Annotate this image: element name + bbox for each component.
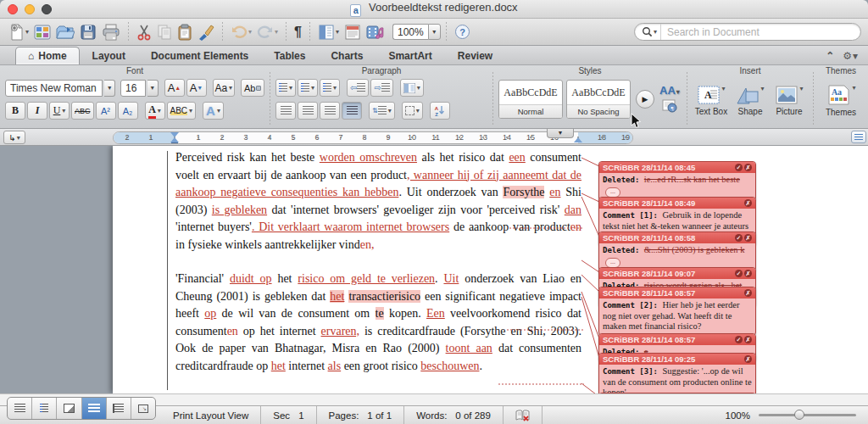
line-spacing-button[interactable]: ⇅▾ (369, 102, 395, 120)
reject-change-icon[interactable]: ✗ (744, 336, 752, 343)
show-formatting-marks-button[interactable]: ¶ (292, 22, 304, 42)
text-box-button[interactable]: A▾Text Box (693, 85, 730, 116)
header-footer-button[interactable] (342, 22, 364, 42)
increase-indent-button[interactable]: ⇨ (370, 79, 392, 97)
search-scope-button[interactable]: ▾ (635, 24, 661, 40)
zoom-slider[interactable] (759, 414, 856, 416)
document-page[interactable]: Perceived risk kan het beste worden omsc… (113, 146, 868, 393)
search-field[interactable]: ▾ Search in Document (634, 23, 861, 41)
view-layout-button[interactable]: ▾ (315, 22, 342, 42)
section-indicator[interactable]: Sec1 (261, 410, 315, 421)
italic-button[interactable]: I (27, 102, 47, 120)
ribbon-settings-button[interactable]: ⚙▾ (843, 50, 858, 62)
accept-change-icon[interactable]: ✓ (735, 270, 743, 277)
zoom-slider-thumb[interactable] (794, 410, 804, 420)
document-proxy-icon[interactable]: a (350, 4, 361, 17)
expand-ellipsis-button[interactable]: ... (605, 258, 620, 268)
reject-change-icon[interactable]: ✗ (744, 289, 752, 297)
tab-review[interactable]: Review (445, 47, 505, 64)
deletion-bubble[interactable]: SCRiBBR 28/11/14 08:58✓✗Deleted: &...Shi… (598, 232, 756, 271)
document-text[interactable]: Perceived risk kan het beste worden omsc… (175, 149, 581, 393)
bold-button[interactable]: B (5, 102, 25, 120)
accept-change-icon[interactable]: ✓ (735, 234, 743, 242)
tab-home[interactable]: ⌂Home (15, 47, 80, 64)
style-card-normal[interactable]: AaBbCcDdENormal (498, 80, 563, 119)
align-right-button[interactable] (320, 102, 340, 120)
save-button[interactable] (77, 22, 99, 42)
style-gallery-expand-button[interactable]: ▶ (636, 90, 654, 109)
reject-change-icon[interactable]: ✗ (744, 270, 752, 277)
tab-stop-selector[interactable]: ↳▾ (3, 131, 25, 144)
manage-styles-button[interactable]: ¶ (662, 99, 677, 114)
align-center-button[interactable] (298, 102, 318, 120)
columns-button[interactable]: ▾ (400, 79, 424, 97)
paragraph[interactable]: Perceived risk kan het beste worden omsc… (175, 149, 581, 254)
redo-button[interactable]: ▾ (254, 22, 281, 42)
subscript-button[interactable]: A₂ (118, 102, 138, 120)
clear-formatting-button[interactable]: Ab (241, 79, 264, 97)
comment-bubble[interactable]: SCRiBBR 28/11/14 08:57✗Comment [2]: Hier… (598, 287, 756, 336)
themes-button[interactable]: Aa▾ Themes (821, 84, 860, 117)
borders-button[interactable]: ▾ (402, 102, 423, 120)
font-color-button[interactable]: A▾ (145, 102, 165, 120)
superscript-button[interactable]: A² (96, 102, 116, 120)
help-button[interactable]: ? (452, 22, 473, 42)
highlight-button[interactable]: ABC▾ (167, 102, 197, 120)
deletion-bubble[interactable]: SCRiBBR 28/11/14 08:45✓✗Deleted: ie...ed… (598, 161, 756, 201)
font-family-select[interactable]: Times New Roman (5, 80, 103, 97)
pages-indicator[interactable]: Pages:1 of 1 (317, 410, 404, 421)
outline-view-button[interactable] (32, 398, 57, 419)
numbered-list-button[interactable]: ▾ (298, 79, 318, 97)
strikethrough-button[interactable]: ABC (71, 102, 94, 120)
ribbon-collapse-handle[interactable]: ▼ (547, 129, 574, 138)
right-indent-marker[interactable] (574, 137, 582, 142)
elements-gallery-button[interactable] (31, 22, 53, 42)
open-button[interactable] (53, 22, 77, 42)
focus-view-button[interactable]: ↘ (131, 398, 155, 419)
collapse-ribbon-button[interactable]: ⌃ (826, 50, 834, 62)
reject-change-icon[interactable]: ✗ (744, 234, 752, 242)
copy-button[interactable] (154, 22, 175, 42)
publishing-layout-button[interactable] (57, 398, 81, 419)
new-document-button[interactable]: ▾ (7, 22, 31, 42)
reject-change-icon[interactable]: ✗ (744, 355, 752, 363)
view-mode-label[interactable]: Print Layout View (161, 410, 260, 421)
spelling-status-button[interactable] (504, 410, 542, 421)
multilevel-list-button[interactable]: ▾ (320, 79, 340, 97)
zoom-dropdown[interactable]: 100% ▾ (392, 24, 441, 40)
underline-button[interactable]: U▾ (49, 102, 70, 120)
media-browser-button[interactable] (364, 22, 387, 42)
text-effects-gallery-button[interactable]: AA▾ (659, 84, 680, 97)
bullet-list-button[interactable]: ▾ (275, 79, 296, 97)
sort-button[interactable]: AZ (430, 102, 450, 120)
grow-font-button[interactable]: A▲ (164, 79, 185, 97)
chevron-down-icon[interactable]: ▾ (104, 80, 115, 97)
paragraph[interactable]: 'Financial' duidt op het risico om geld … (175, 271, 581, 375)
tab-document-elements[interactable]: Document Elements (138, 47, 261, 64)
comment-bubble[interactable]: SCRiBBR 28/11/14 09:25✗Comment [3]: Sugg… (598, 353, 756, 393)
picture-button[interactable]: ▾Picture (771, 85, 808, 116)
cut-button[interactable] (134, 22, 154, 42)
tab-layout[interactable]: Layout (80, 47, 138, 64)
undo-button[interactable]: ▾ (228, 22, 254, 42)
accept-change-icon[interactable]: ✓ (735, 336, 743, 343)
justify-button[interactable] (342, 102, 362, 120)
format-painter-button[interactable] (195, 22, 217, 42)
text-effects-button[interactable]: A▾ (203, 102, 224, 120)
accept-change-icon[interactable]: ✓ (735, 164, 743, 171)
align-left-button[interactable] (275, 102, 296, 120)
change-case-button[interactable]: Aa▾ (213, 79, 235, 97)
reject-change-icon[interactable]: ✗ (744, 164, 752, 171)
print-button[interactable] (99, 22, 123, 42)
decrease-indent-button[interactable]: ⇦ (347, 79, 369, 97)
left-indent-marker[interactable] (171, 142, 178, 144)
tab-smartart[interactable]: SmartArt (376, 47, 444, 64)
reject-change-icon[interactable]: ✗ (744, 199, 752, 207)
tab-tables[interactable]: Tables (261, 47, 318, 64)
print-layout-button[interactable] (82, 398, 107, 419)
words-indicator[interactable]: Words:0 of 289 (404, 410, 503, 421)
expand-ellipsis-button[interactable]: ... (605, 187, 620, 198)
paste-button[interactable] (175, 22, 195, 42)
chevron-down-icon[interactable]: ▾ (147, 80, 159, 97)
ruler-toggle-button[interactable] (851, 131, 866, 143)
